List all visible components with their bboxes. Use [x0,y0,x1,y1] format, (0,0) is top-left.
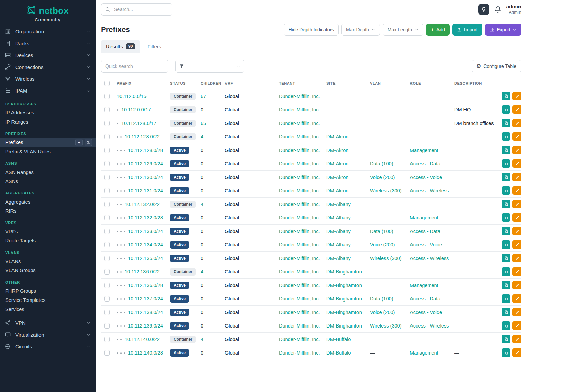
sidebar-item-ip-addresses[interactable]: IP Addresses [0,108,96,117]
tenant-link[interactable]: Dunder-Mifflin, Inc. [279,215,320,220]
row-checkbox[interactable] [104,202,110,207]
global-search[interactable] [101,3,172,16]
prefix-link[interactable]: 10.112.132.0/22 [125,202,160,207]
clone-button[interactable] [502,200,510,208]
tenant-link[interactable]: Dunder-Mifflin, Inc. [279,337,320,342]
sidebar-item-devices[interactable]: Devices [0,49,96,61]
row-checkbox[interactable] [104,242,110,247]
edit-button[interactable] [512,267,521,276]
column-header-status[interactable]: STATUS [167,78,197,89]
row-checkbox[interactable] [104,94,110,99]
prefix-link[interactable]: 10.112.130.0/24 [128,175,163,180]
edit-button[interactable] [512,281,521,289]
prefix-link[interactable]: 10.112.129.0/24 [128,161,163,166]
clone-button[interactable] [502,267,510,276]
edit-button[interactable] [512,240,521,249]
role-link[interactable]: Access - Wireless [410,188,449,193]
role-link[interactable]: Management [410,148,438,153]
row-checkbox[interactable] [104,229,110,234]
children-link[interactable]: 4 [201,134,203,139]
prefix-link[interactable]: 10.112.135.0/24 [128,256,163,261]
tenant-link[interactable]: Dunder-Mifflin, Inc. [279,296,320,302]
row-checkbox[interactable] [104,175,110,180]
row-checkbox[interactable] [104,269,110,275]
clone-button[interactable] [502,92,510,100]
prefix-link[interactable]: 10.112.128.0/17 [121,121,156,126]
sidebar-item-racks[interactable]: Racks [0,37,96,49]
sidebar-item-services[interactable]: Services [0,305,96,314]
clone-button[interactable] [502,294,510,303]
site-link[interactable]: DM-Buffalo [326,337,351,342]
tenant-link[interactable]: Dunder-Mifflin, Inc. [279,202,320,207]
quick-search-input[interactable] [101,60,168,73]
search-input[interactable] [113,6,168,12]
vlan-link[interactable]: Voice (200) [370,310,395,315]
hide-depth-indicators-button[interactable]: Hide Depth Indicators [284,24,339,36]
site-link[interactable]: DM-Akron [326,175,348,180]
column-header-site[interactable]: SITE [323,78,367,89]
clone-button[interactable] [502,254,510,262]
tenant-link[interactable]: Dunder-Mifflin, Inc. [279,310,320,315]
edit-button[interactable] [512,200,521,208]
tenant-link[interactable]: Dunder-Mifflin, Inc. [279,94,320,99]
configure-table-button[interactable]: ⚙ Configure Table [472,60,521,72]
tenant-link[interactable]: Dunder-Mifflin, Inc. [279,121,320,126]
tenant-link[interactable]: Dunder-Mifflin, Inc. [279,188,320,193]
import-button[interactable]: Import [452,24,482,36]
site-link[interactable]: DM-Albany [326,242,351,247]
clone-button[interactable] [502,146,510,154]
edit-button[interactable] [512,119,521,127]
prefix-link[interactable]: 10.112.139.0/24 [128,323,163,329]
clone-button[interactable] [502,321,510,330]
prefix-link[interactable]: 10.112.128.0/22 [125,134,160,139]
edit-button[interactable] [512,186,521,195]
sidebar-item-asn-ranges[interactable]: ASN Ranges [0,167,96,177]
role-link[interactable]: Access - Voice [410,242,442,247]
site-link[interactable]: DM-Akron [326,148,348,153]
tenant-link[interactable]: Dunder-Mifflin, Inc. [279,175,320,180]
row-checkbox[interactable] [104,161,110,166]
site-link[interactable]: DM-Binghamton [326,323,362,329]
prefix-link[interactable]: 10.112.131.0/24 [128,188,163,193]
role-link[interactable]: Access - Data [410,161,440,166]
role-link[interactable]: Management [410,350,438,356]
clone-button[interactable] [502,119,510,127]
prefix-link[interactable]: 10.112.134.0/24 [128,242,163,247]
prefix-link[interactable]: 10.112.136.0/28 [128,283,163,288]
tenant-link[interactable]: Dunder-Mifflin, Inc. [279,161,320,166]
sidebar-item-ip-ranges[interactable]: IP Ranges [0,117,96,126]
column-header-vrf[interactable]: VRF [221,78,275,89]
row-checkbox[interactable] [104,323,110,329]
edit-button[interactable] [512,321,521,330]
site-link[interactable]: DM-Akron [326,188,348,193]
clone-button[interactable] [502,308,510,316]
vlan-link[interactable]: Voice (200) [370,242,395,247]
max-depth-dropdown[interactable]: Max Depth [341,24,380,36]
children-link[interactable]: 4 [201,202,203,207]
edit-button[interactable] [512,173,521,181]
sidebar-item-ipam[interactable]: IPAM [0,85,96,97]
vlan-link[interactable]: Data (100) [370,161,393,166]
site-link[interactable]: DM-Akron [326,161,348,166]
sidebar-item-wireless[interactable]: Wireless [0,73,96,85]
sidebar-item-vpn[interactable]: VPN [0,317,96,329]
row-checkbox[interactable] [104,296,110,302]
tenant-link[interactable]: Dunder-Mifflin, Inc. [279,242,320,247]
prefix-link[interactable]: 10.112.138.0/24 [128,310,163,315]
tenant-link[interactable]: Dunder-Mifflin, Inc. [279,134,320,139]
sidebar-item-vlans[interactable]: VLANs [0,257,96,266]
role-link[interactable]: Management [410,215,438,220]
role-link[interactable]: Access - Voice [410,175,442,180]
edit-button[interactable] [512,159,521,168]
vlan-link[interactable]: Wireless (300) [370,323,401,329]
row-checkbox[interactable] [104,310,110,315]
clone-button[interactable] [502,105,510,114]
role-link[interactable]: Access - Data [410,296,440,302]
max-length-dropdown[interactable]: Max Length [383,24,423,36]
site-link[interactable]: DM-Buffalo [326,350,351,356]
sidebar-item-service-templates[interactable]: Service Templates [0,295,96,305]
column-header-tenant[interactable]: TENANT [275,78,323,89]
clone-button[interactable] [502,159,510,168]
prefix-link[interactable]: 10.112.0.0/15 [117,94,147,99]
notifications-bell-icon[interactable] [494,6,501,13]
